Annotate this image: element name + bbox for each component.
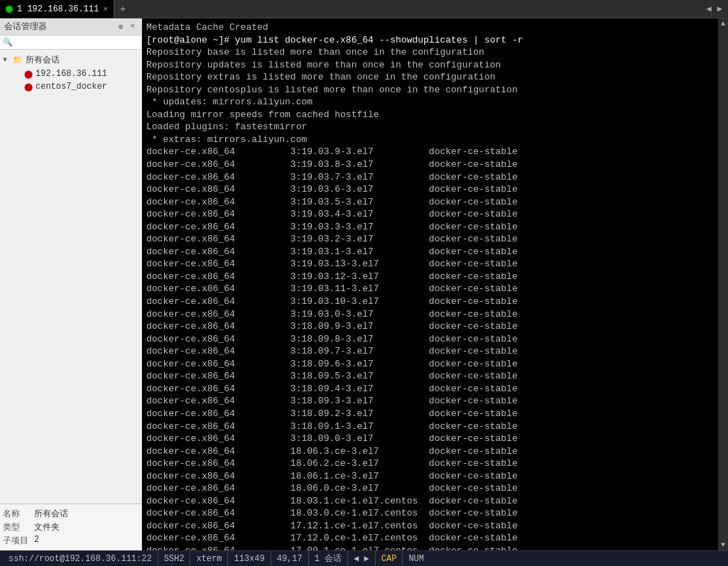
server-icon-1: ⬤: [24, 70, 33, 79]
server-icon-2: ⬤: [24, 82, 33, 92]
left-panel: 会话管理器 ⊕ × 🔍 ▼ 📁 所有会话 ⬤ 192.168.36.111: [0, 18, 142, 550]
terminal-line: docker-ce.x86_64 3:19.03.4-3.el7 docker-…: [146, 208, 714, 221]
terminal-line: docker-ce.x86_64 3:18.09.6-3.el7 docker-…: [146, 358, 714, 371]
status-ssh-path: ssh://root@192.168.36.111:22: [3, 551, 158, 566]
terminal-line: docker-ce.x86_64 18.06.2.ce-3.el7 docker…: [146, 457, 714, 470]
terminal-line: docker-ce.x86_64 3:18.09.2-3.el7 docker-…: [146, 408, 714, 420]
terminal-line: docker-ce.x86_64 3:18.09.5-3.el7 docker-…: [146, 370, 714, 383]
connection-indicator: [6, 6, 13, 13]
terminal-line: [root@alone ~]# yum list docker-ce.x86_6…: [146, 34, 714, 47]
scroll-up-icon[interactable]: ▲: [719, 18, 727, 29]
terminal-line: docker-ce.x86_64 3:18.09.4-3.el7 docker-…: [146, 383, 714, 396]
prop-key-type: 类型: [3, 521, 31, 533]
tree-children: ⬤ 192.168.36.111 ⬤ centos7_docker: [0, 67, 141, 93]
terminal-line: docker-ce.x86_64 18.03.0.ce-1.el7.centos…: [146, 507, 714, 520]
tree-node-2-label: centos7_docker: [36, 82, 107, 92]
terminal-line: Repository updates is listed more than o…: [146, 59, 714, 72]
terminal-area[interactable]: Metadata Cache Created[root@alone ~]# yu…: [142, 18, 718, 550]
session-tree: ▼ 📁 所有会话 ⬤ 192.168.36.111 ⬤ centos7_dock…: [0, 50, 141, 504]
scroll-down-icon[interactable]: ▼: [719, 540, 727, 550]
terminal-line: docker-ce.x86_64 3:19.03.1-3.el7 docker-…: [146, 246, 714, 258]
status-cap: CAP: [376, 551, 403, 566]
terminal-line: docker-ce.x86_64 3:18.09.7-3.el7 docker-…: [146, 345, 714, 358]
terminal-line: Loaded plugins: fastestmirror: [146, 121, 714, 134]
terminal-line: docker-ce.x86_64 3:19.03.13-3.el7 docker…: [146, 258, 714, 271]
terminal-line: Repository centosplus is listed more tha…: [146, 84, 714, 97]
session-tab[interactable]: 1 192.168.36.111 ×: [0, 0, 114, 18]
terminal-line: Repository base is listed more than once…: [146, 46, 714, 59]
prop-val-type: 文件夹: [34, 521, 60, 533]
terminal-line: docker-ce.x86_64 3:18.09.3-3.el7 docker-…: [146, 395, 714, 408]
prop-row-type: 类型 文件夹: [3, 521, 138, 534]
terminal-line: * extras: mirrors.aliyun.com: [146, 134, 714, 146]
status-nav-arrows[interactable]: ◀ ▶: [348, 551, 376, 566]
terminal-line: docker-ce.x86_64 18.03.1.ce-1.el7.centos…: [146, 495, 714, 508]
terminal-line: docker-ce.x86_64 3:19.03.7-3.el7 docker-…: [146, 171, 714, 184]
tab-label: 1 192.168.36.111: [17, 4, 99, 14]
tree-root-item[interactable]: ▼ 📁 所有会话: [0, 53, 141, 67]
status-bar: ssh://root@192.168.36.111:22 SSH2 xterm …: [0, 550, 728, 566]
properties-panel: 名称 所有会话 类型 文件夹 子项目 2: [0, 504, 141, 550]
panel-header-icons: ⊕ ×: [116, 21, 137, 32]
prop-val-children: 2: [34, 535, 39, 547]
terminal-line: docker-ce.x86_64 17.12.1.ce-1.el7.centos…: [146, 520, 714, 533]
terminal-line: docker-ce.x86_64 18.06.3.ce-3.el7 docker…: [146, 445, 714, 458]
top-nav-right: ◀ ▶: [701, 0, 728, 18]
terminal-line: docker-ce.x86_64 3:19.03.8-3.el7 docker-…: [146, 158, 714, 171]
terminal-line: docker-ce.x86_64 3:19.03.0-3.el7 docker-…: [146, 308, 714, 321]
panel-title: 会话管理器: [4, 21, 47, 33]
terminal-line: docker-ce.x86_64 18.06.0.ce-3.el7 docker…: [146, 482, 714, 495]
terminal-line: docker-ce.x86_64 3:19.03.6-3.el7 docker-…: [146, 183, 714, 196]
status-sessions: 1 会话: [309, 551, 348, 566]
terminal-line: docker-ce.x86_64 3:19.03.5-3.el7 docker-…: [146, 196, 714, 209]
terminal-line: Loading mirror speeds from cached hostfi…: [146, 109, 714, 121]
left-panel-header: 会话管理器 ⊕ ×: [0, 18, 141, 36]
search-input[interactable]: [15, 38, 138, 47]
terminal-line: docker-ce.x86_64 3:18.09.9-3.el7 docker-…: [146, 320, 714, 333]
prop-row-children: 子项目 2: [3, 534, 138, 548]
main-layout: 会话管理器 ⊕ × 🔍 ▼ 📁 所有会话 ⬤ 192.168.36.111: [0, 18, 728, 550]
search-icon: 🔍: [3, 38, 13, 47]
folder-icon: 📁: [13, 55, 23, 65]
terminal-line: docker-ce.x86_64 3:19.03.10-3.el7 docker…: [146, 295, 714, 308]
status-protocol: SSH2: [158, 551, 191, 566]
terminal-line: Repository extras is listed more than on…: [146, 71, 714, 84]
terminal-line: docker-ce.x86_64 17.12.0.ce-1.el7.centos…: [146, 532, 714, 545]
tree-root-label: 所有会话: [26, 54, 60, 66]
terminal-line: docker-ce.x86_64 18.06.1.ce-3.el7 docker…: [146, 470, 714, 483]
new-tab-button[interactable]: +: [114, 0, 131, 18]
terminal-line: docker-ce.x86_64 3:19.03.11-3.el7 docker…: [146, 283, 714, 295]
panel-pin-icon[interactable]: ⊕: [116, 21, 126, 32]
terminal-line: docker-ce.x86_64 3:19.03.12-3.el7 docker…: [146, 271, 714, 283]
top-bar: 1 192.168.36.111 × + ◀ ▶: [0, 0, 728, 18]
prop-key-name: 名称: [3, 508, 31, 520]
terminal-line: Metadata Cache Created: [146, 21, 714, 34]
terminal-line: docker-ce.x86_64 3:18.09.1-3.el7 docker-…: [146, 420, 714, 433]
terminal-line: docker-ce.x86_64 3:19.03.3-3.el7 docker-…: [146, 221, 714, 234]
terminal-line: docker-ce.x86_64 3:18.09.0-3.el7 docker-…: [146, 432, 714, 445]
terminal-line: docker-ce.x86_64 3:18.09.8-3.el7 docker-…: [146, 333, 714, 346]
nav-right-icon[interactable]: ▶: [717, 4, 722, 14]
status-num: NUM: [403, 551, 430, 566]
search-bar: 🔍: [0, 36, 141, 50]
terminal-line: docker-ce.x86_64 3:19.03.9-3.el7 docker-…: [146, 146, 714, 158]
status-size: 113x49: [228, 551, 271, 566]
tree-node-2[interactable]: ⬤ centos7_docker: [11, 80, 141, 93]
panel-close-icon[interactable]: ×: [128, 21, 137, 32]
status-terminal: xterm: [190, 551, 228, 566]
prop-row-name: 名称 所有会话: [3, 507, 138, 521]
tree-node-1[interactable]: ⬤ 192.168.36.111: [11, 67, 141, 80]
tree-toggle-icon: ▼: [3, 56, 13, 64]
prop-key-children: 子项目: [3, 535, 31, 547]
prop-val-name: 所有会话: [34, 508, 68, 520]
terminal-content[interactable]: Metadata Cache Created[root@alone ~]# yu…: [142, 18, 718, 550]
terminal-line: docker-ce.x86_64 3:19.03.2-3.el7 docker-…: [146, 233, 714, 246]
status-cursor: 49,17: [271, 551, 309, 566]
terminal-line: docker-ce.x86_64 17.09.1.ce-1.el7.centos…: [146, 545, 714, 550]
tree-node-1-label: 192.168.36.111: [36, 69, 107, 79]
nav-left-icon[interactable]: ◀: [707, 4, 712, 14]
right-scrollbar[interactable]: ▲ ▼: [718, 18, 728, 550]
tab-close-button[interactable]: ×: [103, 5, 108, 13]
terminal-line: * updates: mirrors.aliyun.com: [146, 96, 714, 109]
